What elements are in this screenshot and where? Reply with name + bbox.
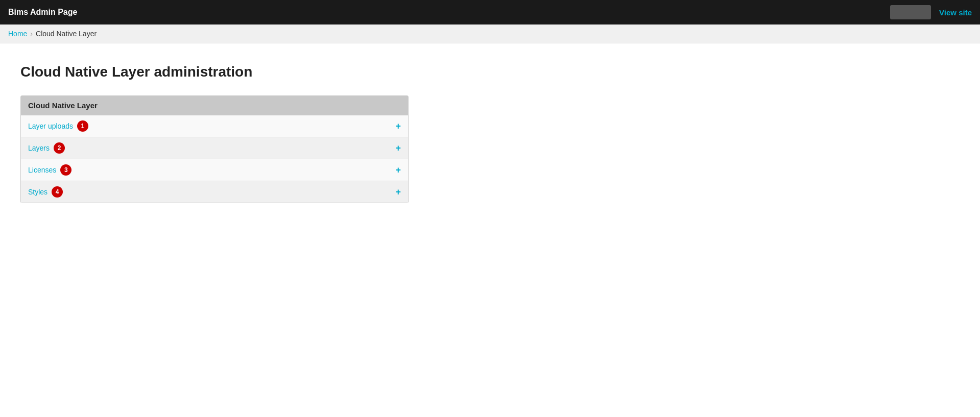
row-left: Layers 2: [28, 142, 65, 154]
module-header: Cloud Native Layer: [21, 96, 408, 115]
row-link-2[interactable]: Licenses: [28, 166, 56, 174]
add-icon-0[interactable]: +: [395, 121, 401, 132]
row-link-1[interactable]: Layers: [28, 144, 50, 152]
view-site-link[interactable]: View site: [939, 8, 972, 17]
main-content: Cloud Native Layer administration Cloud …: [0, 43, 980, 224]
top-nav-right: View site: [890, 5, 972, 19]
badge-2: 3: [60, 164, 71, 176]
table-row: Layer uploads 1 +: [21, 115, 408, 137]
badge-0: 1: [77, 120, 88, 132]
row-left: Licenses 3: [28, 164, 71, 176]
add-icon-3[interactable]: +: [395, 187, 401, 198]
table-row: Layers 2 +: [21, 137, 408, 159]
table-row: Licenses 3 +: [21, 159, 408, 181]
admin-module: Cloud Native Layer Layer uploads 1 + Lay…: [20, 95, 409, 203]
breadcrumb: Home › Cloud Native Layer: [0, 24, 980, 43]
table-row: Styles 4 +: [21, 181, 408, 203]
add-icon-1[interactable]: +: [395, 143, 401, 154]
row-left: Layer uploads 1: [28, 120, 88, 132]
page-title: Cloud Native Layer administration: [20, 64, 960, 80]
badge-1: 2: [54, 142, 65, 154]
row-link-3[interactable]: Styles: [28, 188, 47, 196]
user-avatar[interactable]: [890, 5, 931, 19]
breadcrumb-home[interactable]: Home: [8, 30, 27, 38]
row-left: Styles 4: [28, 186, 63, 198]
add-icon-2[interactable]: +: [395, 165, 401, 176]
badge-3: 4: [52, 186, 63, 198]
row-link-0[interactable]: Layer uploads: [28, 122, 73, 130]
breadcrumb-current: Cloud Native Layer: [36, 30, 97, 38]
top-nav: Bims Admin Page View site: [0, 0, 980, 24]
app-title: Bims Admin Page: [8, 8, 77, 17]
breadcrumb-separator: ›: [30, 30, 33, 38]
